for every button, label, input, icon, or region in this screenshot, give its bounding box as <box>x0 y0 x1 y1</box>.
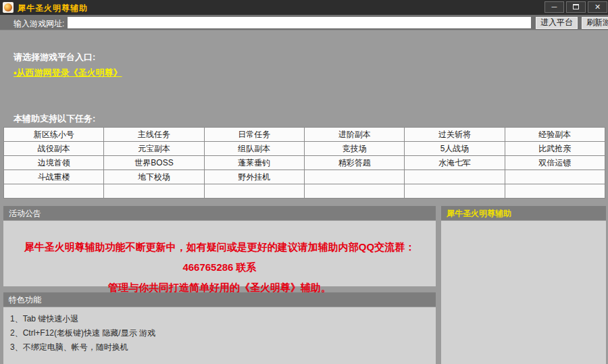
task-cell <box>405 184 505 199</box>
feature-item: 3、不绑定电脑、帐号，随时换机 <box>10 340 436 355</box>
close-button[interactable]: ✕ <box>588 1 607 13</box>
task-cell: 经验副本 <box>505 128 605 142</box>
refresh-game-button[interactable]: 刷新游戏 <box>582 17 608 29</box>
task-cell: 边境首领 <box>4 156 104 170</box>
task-cell: 元宝副本 <box>104 142 204 156</box>
features-panel-header: 特色功能 <box>3 292 436 307</box>
task-cell <box>304 170 404 184</box>
task-table-row <box>4 184 605 199</box>
task-table-row: 战役副本元宝副本组队副本竞技场5人战场比武抢亲 <box>4 142 605 156</box>
rhino-logo-icon <box>4 3 12 11</box>
task-cell <box>405 170 505 184</box>
features-panel: 特色功能 1、Tab 键快速小退2、Ctrl+F12(老板键)快速 隐藏/显示 … <box>3 292 436 364</box>
task-cell <box>505 184 605 199</box>
announcement-panel-body: 犀牛圣火明尊辅助功能不断更新中，如有疑问或是更好的建议请加辅助内部QQ交流群：4… <box>3 221 436 286</box>
task-table-body: 新区练小号主线任务日常任务进阶副本过关斩将经验副本战役副本元宝副本组队副本竞技场… <box>4 128 605 199</box>
side-panel-body <box>441 221 606 364</box>
task-cell: 过关斩将 <box>405 128 505 142</box>
url-input-label: 输入游戏网址: <box>14 18 64 30</box>
task-cell: 蓬莱垂钓 <box>204 156 304 170</box>
task-cell: 主线任务 <box>104 128 204 142</box>
task-cell: 斗战重楼 <box>4 170 104 184</box>
task-cell: 竞技场 <box>304 142 404 156</box>
task-cell: 野外挂机 <box>204 170 304 184</box>
task-table-row: 新区练小号主线任务日常任务进阶副本过关斩将经验副本 <box>4 128 605 142</box>
announcement-panel-header: 活动公告 <box>3 206 436 221</box>
task-cell: 世界BOSS <box>104 156 204 170</box>
window-title: 犀牛圣火明尊辅助 <box>18 3 88 14</box>
task-table-row: 斗战重楼地下校场野外挂机 <box>4 170 605 184</box>
features-panel-body: 1、Tab 键快速小退2、Ctrl+F12(老板键)快速 隐藏/显示 游戏3、不… <box>3 307 436 364</box>
supported-tasks-heading: 本辅助支持以下任务: <box>14 113 95 125</box>
maximize-icon <box>573 4 579 9</box>
task-cell: 组队副本 <box>204 142 304 156</box>
enter-platform-button[interactable]: 进入平台 <box>536 17 578 29</box>
task-table: 新区练小号主线任务日常任务进阶副本过关斩将经验副本战役副本元宝副本组队副本竞技场… <box>3 127 605 199</box>
task-cell: 战役副本 <box>4 142 104 156</box>
side-panel: 犀牛圣火明尊辅助 <box>441 206 606 364</box>
game-url-input[interactable] <box>68 17 531 28</box>
feature-item: 1、Tab 键快速小退 <box>10 312 436 326</box>
announcement-panel: 活动公告 犀牛圣火明尊辅助功能不断更新中，如有疑问或是更好的建议请加辅助内部QQ… <box>3 206 436 286</box>
minimize-button[interactable]: ─ <box>544 1 564 13</box>
xiyou-login-link[interactable]: •从西游网登录《圣火明尊》 <box>14 67 122 79</box>
side-panel-header: 犀牛圣火明尊辅助 <box>441 206 606 221</box>
task-cell: 新区练小号 <box>4 128 104 142</box>
task-cell: 地下校场 <box>104 170 204 184</box>
task-cell: 精彩答题 <box>304 156 404 170</box>
task-table-row: 边境首领世界BOSS蓬莱垂钓精彩答题水淹七军双倍运镖 <box>4 156 605 170</box>
announcement-text-line1: 犀牛圣火明尊辅助功能不断更新中，如有疑问或是更好的建议请加辅助内部QQ交流群：4… <box>3 237 436 278</box>
task-cell: 日常任务 <box>204 128 304 142</box>
feature-item: 2、Ctrl+F12(老板键)快速 隐藏/显示 游戏 <box>10 326 436 340</box>
task-cell: 双倍运镖 <box>505 156 605 170</box>
maximize-button[interactable] <box>566 1 586 13</box>
url-toolbar: 输入游戏网址: 进入平台 刷新游戏 <box>0 15 608 30</box>
task-cell: 水淹七军 <box>405 156 505 170</box>
task-cell: 5人战场 <box>405 142 505 156</box>
task-cell <box>4 184 104 199</box>
task-cell <box>304 184 404 199</box>
task-cell <box>505 170 605 184</box>
task-cell <box>204 184 304 199</box>
app-icon <box>3 2 14 13</box>
task-cell: 比武抢亲 <box>505 142 605 156</box>
platform-entry-prompt: 请选择游戏平台入口: <box>14 51 95 63</box>
task-cell <box>104 184 204 199</box>
title-bar: 犀牛圣火明尊辅助 ─ ✕ <box>0 0 608 15</box>
task-cell: 进阶副本 <box>304 128 404 142</box>
